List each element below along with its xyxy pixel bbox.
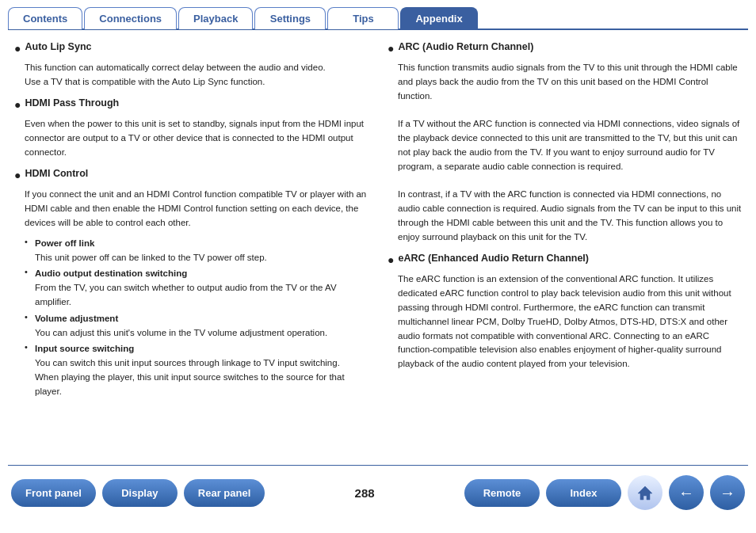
sub-bullet-volume: • Volume adjustmentYou can adjust this u… xyxy=(25,312,368,341)
rear-panel-button[interactable]: Rear panel xyxy=(184,479,265,507)
tab-connections[interactable]: Connections xyxy=(84,7,177,29)
hdmi-pass-through-title: HDMI Pass Through xyxy=(25,97,119,109)
arc-header: ● ARC (Audio Return Channel) xyxy=(388,41,742,57)
sub-dot-3: • xyxy=(25,312,31,322)
top-nav: Contents Connections Playback Settings T… xyxy=(0,0,756,29)
sub-body-volume: Volume adjustmentYou can adjust this uni… xyxy=(35,312,327,341)
sub-dot-2: • xyxy=(25,267,31,276)
section-auto-lip-sync: ● Auto Lip Sync This function can automa… xyxy=(14,41,368,89)
hdmi-control-body: If you connect the unit and an HDMI Cont… xyxy=(25,188,368,230)
earc-title: eARC (Enhanced Audio Return Channel) xyxy=(398,253,589,264)
arc-body: This function transmits audio signals fr… xyxy=(398,61,742,245)
tab-playback[interactable]: Playback xyxy=(178,7,253,29)
tab-tips[interactable]: Tips xyxy=(327,7,399,29)
tab-appendix[interactable]: Appendix xyxy=(400,7,477,29)
auto-lip-sync-body: This function can automatically correct … xyxy=(25,61,368,89)
sub-body-audio-output: Audio output destination switchingFrom t… xyxy=(35,267,368,309)
section-hdmi-control: ● HDMI Control If you connect the unit a… xyxy=(14,168,368,402)
auto-lip-sync-title: Auto Lip Sync xyxy=(25,41,91,52)
tab-settings[interactable]: Settings xyxy=(254,7,326,29)
sub-bullet-audio-output: • Audio output destination switchingFrom… xyxy=(25,267,368,309)
remote-button[interactable]: Remote xyxy=(464,479,540,507)
sub-dot-1: • xyxy=(25,237,31,246)
forward-icon: → xyxy=(720,484,735,502)
bottom-nav: Front panel Display Rear panel 288 Remot… xyxy=(0,466,756,520)
arc-title: ARC (Audio Return Channel) xyxy=(398,41,533,52)
bottom-nav-right: Remote Index ← → xyxy=(464,475,745,510)
bottom-nav-left: Front panel Display Rear panel xyxy=(11,479,265,507)
right-column: ● ARC (Audio Return Channel) This functi… xyxy=(388,41,742,459)
back-button[interactable]: ← xyxy=(669,475,704,510)
hdmi-control-title: HDMI Control xyxy=(25,168,88,179)
auto-lip-sync-header: ● Auto Lip Sync xyxy=(14,41,368,57)
sub-body-power-off: Power off linkThis unit power off can be… xyxy=(35,237,267,265)
hdmi-control-header: ● HDMI Control xyxy=(14,168,368,184)
sub-bullet-power-off: • Power off linkThis unit power off can … xyxy=(25,237,368,265)
bullet-dot-3: ● xyxy=(14,168,21,184)
index-button[interactable]: Index xyxy=(546,479,621,507)
sub-dot-4: • xyxy=(25,342,31,352)
bullet-dot-1: ● xyxy=(14,41,21,57)
bullet-dot-earc: ● xyxy=(388,253,394,268)
hdmi-control-sub-bullets: • Power off linkThis unit power off can … xyxy=(25,237,368,402)
section-arc: ● ARC (Audio Return Channel) This functi… xyxy=(388,41,742,245)
display-button[interactable]: Display xyxy=(102,479,178,507)
section-earc: ● eARC (Enhanced Audio Return Channel) T… xyxy=(388,253,742,371)
home-button[interactable] xyxy=(628,475,662,510)
hdmi-pass-through-header: ● HDMI Pass Through xyxy=(14,97,368,113)
earc-body: The eARC function is an extension of the… xyxy=(398,272,742,371)
sub-body-input-source: Input source switchingYou can switch thi… xyxy=(35,342,368,398)
bullet-dot-2: ● xyxy=(14,97,21,113)
hdmi-pass-through-body: Even when the power to this unit is set … xyxy=(25,117,368,159)
sub-bullet-input-source: • Input source switchingYou can switch t… xyxy=(25,342,368,398)
earc-header: ● eARC (Enhanced Audio Return Channel) xyxy=(388,253,742,268)
front-panel-button[interactable]: Front panel xyxy=(11,479,96,507)
svg-marker-0 xyxy=(638,486,652,500)
main-content: ● Auto Lip Sync This function can automa… xyxy=(0,30,756,465)
tab-contents[interactable]: Contents xyxy=(8,7,82,29)
page-number: 288 xyxy=(349,486,380,500)
back-icon: ← xyxy=(678,484,694,502)
home-icon xyxy=(636,484,654,501)
bullet-dot-arc: ● xyxy=(388,41,394,57)
section-hdmi-pass-through: ● HDMI Pass Through Even when the power … xyxy=(14,97,368,160)
forward-button[interactable]: → xyxy=(710,475,745,510)
left-column: ● Auto Lip Sync This function can automa… xyxy=(14,41,368,459)
